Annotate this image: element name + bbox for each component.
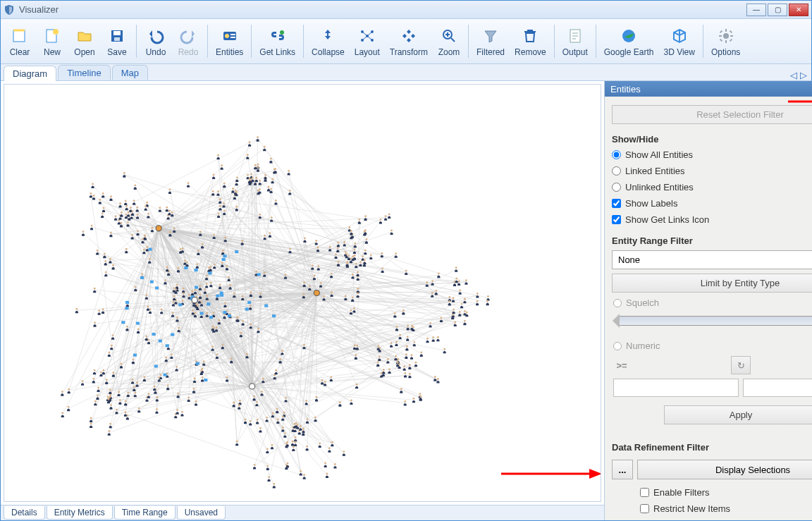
svg-point-927	[395, 355, 397, 357]
svg-point-1001	[259, 427, 262, 429]
get-links-button[interactable]: Get Links	[254, 20, 300, 62]
numeric-row: >= ↻ <=	[613, 356, 812, 374]
svg-point-816	[271, 216, 273, 219]
svg-point-1144	[249, 141, 251, 143]
show-hide-header: Show/Hide	[612, 134, 812, 145]
svg-point-732	[241, 240, 243, 242]
redo-button[interactable]: Redo	[172, 20, 204, 62]
svg-point-1049	[68, 388, 70, 391]
maximize-button[interactable]: ▢	[768, 4, 787, 16]
collapse-button[interactable]: Collapse	[307, 20, 350, 62]
apply-button[interactable]: Apply	[664, 405, 812, 424]
svg-point-1059	[97, 387, 99, 389]
google-earth-button[interactable]: Google Earth	[599, 20, 659, 62]
svg-point-1149	[271, 178, 273, 180]
diagram-canvas[interactable]	[4, 84, 601, 502]
entities-button[interactable]: Entities	[211, 20, 248, 62]
btab-timerange[interactable]: Time Range	[114, 506, 176, 520]
svg-point-999	[245, 419, 247, 421]
squelch-slider[interactable]	[619, 316, 812, 326]
radio-show-all[interactable]: Show All Entities	[612, 149, 812, 161]
numeric-refresh-button[interactable]: ↻	[731, 356, 751, 374]
svg-point-717	[202, 243, 204, 245]
btab-unsaved[interactable]: Unsaved	[177, 506, 226, 520]
svg-point-1075	[109, 423, 111, 425]
radio-unlinked[interactable]: Unlinked Entities	[612, 181, 812, 193]
svg-point-909	[426, 338, 429, 340]
svg-point-1093	[464, 320, 466, 322]
svg-point-685	[165, 357, 167, 359]
svg-point-1061	[133, 386, 135, 388]
undo-button[interactable]: Undo	[140, 20, 172, 62]
tab-timeline[interactable]: Timeline	[58, 65, 111, 80]
svg-point-826	[219, 283, 221, 286]
output-button[interactable]: Output	[558, 20, 593, 62]
svg-point-1066	[116, 409, 118, 411]
options-button[interactable]: Options	[706, 20, 745, 62]
tab-prev[interactable]: ◁	[790, 70, 797, 80]
btab-details[interactable]: Details	[4, 506, 45, 520]
gte-input[interactable]	[613, 379, 739, 397]
svg-line-528	[99, 386, 252, 389]
svg-point-741	[181, 411, 183, 413]
svg-point-747	[206, 275, 208, 277]
svg-point-941	[383, 369, 385, 371]
tab-map[interactable]: Map	[112, 65, 148, 80]
3d-view-button[interactable]: 3D View	[658, 20, 699, 62]
lte-input[interactable]	[743, 379, 812, 397]
reset-selection-filter-button[interactable]: Reset Selection Filter	[612, 105, 812, 124]
refine-browse-button[interactable]: ...	[612, 460, 633, 479]
limit-by-entity-type-button[interactable]: Limit by Entity Type	[612, 274, 812, 293]
svg-point-762	[134, 392, 136, 394]
svg-rect-1193	[245, 308, 249, 311]
range-filter-combo[interactable]: None	[612, 250, 812, 269]
check-restrict-new[interactable]: Restrict New Items	[612, 503, 812, 515]
clear-button[interactable]: Clear	[4, 20, 36, 62]
tab-diagram[interactable]: Diagram	[4, 66, 56, 81]
svg-point-885	[312, 264, 314, 266]
svg-point-979	[292, 441, 294, 443]
remove-button[interactable]: Remove	[510, 20, 551, 62]
check-enable-filters[interactable]: Enable Filters	[612, 486, 812, 498]
svg-rect-1158	[204, 379, 207, 381]
svg-line-650	[252, 139, 258, 386]
svg-point-1002	[330, 376, 332, 379]
transform-button[interactable]: Transform	[385, 20, 433, 62]
svg-point-836	[262, 378, 264, 380]
check-show-labels[interactable]: Show Labels	[612, 197, 812, 209]
open-button[interactable]: Open	[68, 20, 101, 62]
svg-point-932	[409, 373, 411, 375]
minimize-button[interactable]: —	[746, 4, 766, 16]
svg-point-1009	[127, 221, 129, 223]
redo-icon	[178, 26, 198, 46]
svg-line-416	[159, 228, 304, 477]
display-selections-button[interactable]: Display Selections	[637, 460, 812, 479]
btab-metrics[interactable]: Entity Metrics	[47, 506, 113, 520]
zoom-button[interactable]: Zoom	[433, 20, 465, 62]
svg-point-1055	[108, 352, 110, 354]
new-button[interactable]: New	[36, 20, 68, 62]
tab-next[interactable]: ▷	[800, 70, 807, 80]
svg-point-900	[356, 384, 358, 386]
svg-point-714	[218, 213, 220, 215]
svg-line-649	[159, 180, 272, 228]
svg-rect-1166	[184, 266, 187, 269]
svg-point-898	[387, 358, 389, 360]
radio-numeric[interactable]: Numeric	[613, 340, 812, 352]
filtered-button[interactable]: Filtered	[472, 20, 510, 62]
svg-point-943	[413, 398, 415, 400]
check-show-getlinks-icon[interactable]: Show Get Links Icon	[612, 214, 812, 226]
svg-point-791	[178, 327, 180, 329]
close-button[interactable]: ✕	[789, 4, 808, 16]
svg-point-2	[53, 29, 59, 35]
svg-point-936	[420, 351, 422, 353]
svg-point-1147	[264, 174, 266, 176]
save-button[interactable]: Save	[101, 20, 133, 62]
svg-rect-0	[13, 30, 25, 42]
layout-button[interactable]: Layout	[350, 20, 385, 62]
svg-point-774	[148, 339, 150, 341]
entities-panel-scroll[interactable]: Reset Selection Filter Show/Hide Show Al…	[605, 97, 812, 520]
radio-linked[interactable]: Linked Entities	[612, 165, 812, 177]
svg-point-710	[224, 237, 226, 239]
radio-squelch[interactable]: Squelch	[613, 297, 812, 309]
